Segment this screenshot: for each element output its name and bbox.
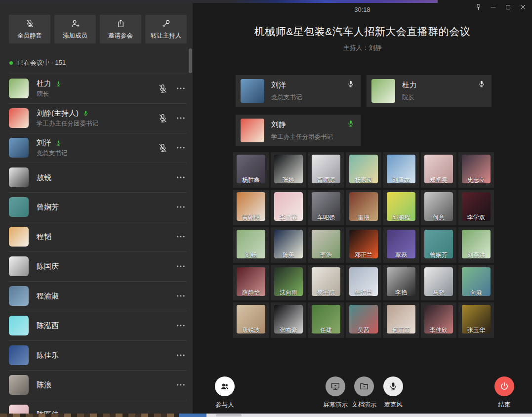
participant-name: 陈佳乐 <box>37 351 59 360</box>
sidebar-scrollbar[interactable] <box>189 48 192 73</box>
featured-name: 刘洋 <box>271 81 286 90</box>
participant-controls <box>176 192 186 222</box>
participant-tile[interactable]: 樊宇航 <box>308 265 344 300</box>
more-icon[interactable] <box>176 172 186 182</box>
participant-tile-name: 刘雪龙 <box>383 176 419 184</box>
mic-muted-icon[interactable] <box>158 143 168 153</box>
titlebar-minimize-button[interactable] <box>489 3 497 11</box>
more-icon[interactable] <box>176 232 186 242</box>
mic-icon <box>82 110 89 117</box>
participant-tile[interactable]: 薛静怡 <box>233 265 269 300</box>
participant-tile[interactable]: 张婷 <box>271 152 306 188</box>
participant-tile[interactable]: 覃磊 <box>383 227 419 263</box>
participant-tile[interactable]: 刘雪龙 <box>383 152 419 188</box>
participant-tile[interactable]: 李学双 <box>458 190 494 225</box>
participant-avatar <box>9 197 29 217</box>
action-add-member-button[interactable]: 添加成员 <box>54 15 96 43</box>
power-icon <box>499 381 509 391</box>
participant-tile[interactable]: 马骁 <box>421 265 456 300</box>
participant-tile[interactable]: 李昌霖 <box>271 190 306 225</box>
participant-tile[interactable]: 杨胜鑫 <box>233 152 269 188</box>
participant-tile[interactable]: 李佳欣 <box>421 302 456 338</box>
participant-row: 陈国庆 <box>0 251 193 281</box>
action-mute-all-button[interactable]: 全员静音 <box>9 15 50 43</box>
featured-tile[interactable]: 刘洋党总支书记 <box>236 75 361 107</box>
participant-tile[interactable]: 吴茜 <box>346 302 381 338</box>
participant-name-text: 程韬 <box>37 232 51 242</box>
participant-tile[interactable]: 杨家俊 <box>346 152 381 188</box>
more-icon[interactable] <box>176 350 186 360</box>
more-icon[interactable] <box>176 380 186 390</box>
participant-tile[interactable]: 郑卓雯 <box>421 152 456 188</box>
action-invite-button[interactable]: 邀请参会 <box>100 15 141 43</box>
participant-tile[interactable]: 邱鹏程 <box>383 190 419 225</box>
action-label: 全员静音 <box>17 32 42 40</box>
participant-role: 党总支书记 <box>37 149 68 158</box>
action-label: 添加成员 <box>63 32 87 40</box>
participant-tile[interactable]: 李浩 <box>308 227 344 263</box>
participant-name: 刘洋 <box>37 138 68 148</box>
participant-avatar <box>9 256 29 276</box>
participant-tile[interactable]: 何意 <box>421 190 456 225</box>
background-window-gradient-strip <box>0 0 438 3</box>
action-transfer-host-button[interactable]: 转让主持人 <box>145 15 187 43</box>
featured-avatar <box>241 119 264 142</box>
participant-row: 陈浪 <box>0 370 193 400</box>
participant-info: 程渝淑 <box>37 292 59 301</box>
participant-tile[interactable]: 钟浩臣 <box>346 265 381 300</box>
titlebar-pin-button[interactable] <box>474 3 483 11</box>
more-icon[interactable] <box>176 202 186 212</box>
participant-tile[interactable]: 任建 <box>308 302 344 338</box>
action-label: 邀请参会 <box>108 32 133 40</box>
participant-row: 刘静(主持人)学工办主任分团委书记 <box>0 103 193 133</box>
toolbar-end-button[interactable]: 结束 <box>484 376 525 409</box>
participant-info: 陈佳乐 <box>37 351 59 360</box>
featured-tile[interactable]: 杜力院长 <box>367 75 491 107</box>
mic-muted-icon[interactable] <box>158 113 168 124</box>
toolbar-participants-button[interactable]: 参与人 <box>204 376 246 409</box>
more-icon[interactable] <box>176 410 186 414</box>
toolbar-microphone-button[interactable]: 麦克风 <box>372 376 414 409</box>
more-icon[interactable] <box>176 291 186 301</box>
mic-muted-icon <box>25 19 35 28</box>
more-icon[interactable] <box>176 321 186 331</box>
participant-tile[interactable]: 张玉华 <box>458 302 494 338</box>
participant-name-text: 曾娴芳 <box>37 203 59 212</box>
more-icon[interactable] <box>176 143 186 153</box>
participant-tile[interactable]: 张鸣豪 <box>271 302 306 338</box>
participant-tile[interactable]: 刘畅 <box>233 227 269 263</box>
participant-controls <box>176 400 186 414</box>
participant-tile[interactable]: 唐锐波 <box>233 302 269 338</box>
toolbar-button-label: 结束 <box>498 401 511 409</box>
participant-info: 刘静(主持人)学工办主任分团委书记 <box>37 109 98 128</box>
participant-name-text: 陈佳乐 <box>37 351 59 360</box>
participant-tile[interactable]: 陈美 <box>271 227 306 263</box>
titlebar-close-button[interactable] <box>519 3 527 11</box>
participant-tile[interactable]: 何江霞 <box>383 302 419 338</box>
participant-tile[interactable]: 向淼 <box>458 265 494 300</box>
participant-tile-name: 黄朝明 <box>233 213 269 222</box>
participant-tile[interactable]: 胥师源 <box>308 152 344 188</box>
participant-tile[interactable]: 刘燕洪 <box>458 227 494 263</box>
participant-name-text: 陈医佳 <box>37 410 59 414</box>
participant-tile[interactable]: 车昭强 <box>308 190 344 225</box>
featured-tile[interactable]: 刘静学工办主任分团委书记 <box>236 115 361 146</box>
participant-tile[interactable]: 史志立 <box>458 152 494 188</box>
titlebar-maximize-button[interactable] <box>504 3 512 11</box>
more-icon[interactable] <box>176 261 186 271</box>
participant-tile[interactable]: 沈向雨 <box>271 265 306 300</box>
participant-tile-name: 张鸣豪 <box>271 326 306 334</box>
sidebar-actions: 全员静音添加成员邀请参会转让主持人 <box>0 3 193 43</box>
participant-tile[interactable]: 曾娴芳 <box>421 227 456 263</box>
more-icon[interactable] <box>176 83 186 93</box>
participant-tile[interactable]: 黄朝明 <box>233 190 269 225</box>
participant-tile[interactable]: 邓正兰 <box>346 227 381 263</box>
participant-name: 程韬 <box>37 232 51 242</box>
participant-tile[interactable]: 雷朋 <box>346 190 381 225</box>
window-controls <box>474 3 527 11</box>
participant-tile[interactable]: 李艳 <box>383 265 419 300</box>
participant-name: 陈医佳 <box>37 410 59 414</box>
mic-muted-icon[interactable] <box>158 83 168 94</box>
more-icon[interactable] <box>176 113 186 123</box>
participant-row: 陈医佳 <box>0 400 193 414</box>
